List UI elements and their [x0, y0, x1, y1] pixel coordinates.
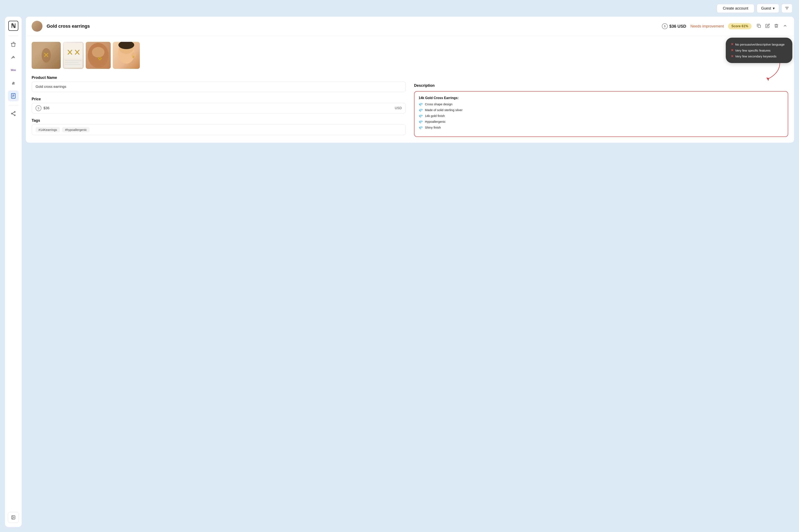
desc-item-5: 💎 Shiny finish: [419, 126, 784, 130]
tooltip-item-3: ✕ Very few secondary keywords: [731, 54, 787, 59]
price-dollar-icon: $: [36, 105, 41, 111]
description-box[interactable]: 14k Gold Cross Earrings: 💎 Cross shape d…: [414, 91, 788, 137]
sidebar-bottom: [8, 508, 19, 523]
svg-point-8: [12, 113, 13, 114]
svg-rect-12: [12, 516, 15, 519]
x-icon-3: ✕: [731, 54, 734, 59]
tooltip-text-1: No persuasive/descriptive language: [735, 42, 785, 47]
svg-point-7: [14, 112, 15, 113]
gallery-image-2[interactable]: [63, 42, 84, 69]
product-price: $ $36 USD: [662, 23, 686, 29]
thumbnail-image: [32, 21, 42, 32]
header-actions: [756, 23, 788, 30]
image-gallery: [32, 42, 406, 69]
logo[interactable]: ℕ: [8, 21, 18, 31]
desc-item-4: 💎 Hypoallergenic: [419, 120, 784, 124]
price-icon: $: [662, 23, 668, 29]
desc-text-4: Hypoallergenic: [425, 120, 445, 124]
sidebar-item-shopify[interactable]: [8, 39, 19, 50]
create-account-button[interactable]: Create account: [717, 4, 754, 13]
price-label: Price: [32, 97, 406, 101]
desc-text-1: Cross shape design: [425, 102, 453, 106]
price-input-wrap: $ USD: [32, 103, 406, 113]
woo-label: Woo: [11, 69, 16, 72]
svg-point-28: [92, 47, 104, 57]
desc-item-2: 💎 Made of solid sterling silver: [419, 108, 784, 112]
status-badge: Needs improvement: [690, 24, 724, 28]
filter-button[interactable]: [781, 4, 792, 13]
sidebar-item-handshake[interactable]: [8, 52, 19, 63]
diamond-icon-3: 💎: [419, 114, 423, 118]
tooltip-text-2: Very few specific features: [735, 48, 771, 53]
price-field-group: Price $ USD: [32, 97, 406, 113]
product-card: Gold cross earrings $ $36 USD Needs impr…: [26, 17, 794, 143]
x-icon-1: ✕: [731, 41, 734, 48]
svg-rect-14: [758, 25, 761, 27]
svg-rect-23: [64, 58, 82, 68]
duplicate-button[interactable]: [756, 23, 762, 30]
content-area: Gold cross earrings $ $36 USD Needs impr…: [26, 17, 794, 527]
filter-icon: [785, 6, 789, 11]
sidebar-item-share[interactable]: [8, 108, 19, 119]
svg-point-9: [14, 115, 15, 116]
product-thumbnail: [32, 21, 42, 32]
chevron-down-icon: ▾: [773, 6, 775, 11]
product-title: Gold cross earrings: [46, 23, 658, 29]
left-column: Product Name Price $ USD T: [32, 42, 406, 137]
desc-text-2: Made of solid sterling silver: [425, 108, 462, 112]
tooltip-bubble: ✕ No persuasive/descriptive language ✕ V…: [726, 38, 792, 63]
tags-field-group: Tags #14Kearrings #hypoallergenic: [32, 118, 406, 135]
sidebar-item-woo[interactable]: Woo: [8, 65, 19, 76]
top-bar: Create account Guest ▾: [0, 0, 799, 17]
sidebar-expand-button[interactable]: [8, 512, 19, 523]
product-body: Product Name Price $ USD T: [26, 36, 794, 143]
tooltip-arrow: [765, 63, 782, 83]
price-value: $36 USD: [669, 24, 686, 29]
main-layout: ℕ Woo a: [0, 17, 799, 532]
product-name-label: Product Name: [32, 76, 406, 80]
description-section: Description: [414, 83, 788, 88]
amazon-label: a: [12, 80, 15, 86]
sidebar-divider-1: [8, 36, 18, 36]
desc-text-5: Shiny finish: [425, 126, 441, 129]
product-name-input[interactable]: [32, 81, 406, 92]
tooltip-text-3: Very few secondary keywords: [735, 54, 776, 59]
description-label: Description: [414, 83, 435, 88]
description-title: 14k Gold Cross Earrings:: [419, 96, 784, 100]
diamond-icon-2: 💎: [419, 108, 423, 112]
gallery-image-4[interactable]: [113, 42, 140, 69]
svg-line-10: [12, 112, 14, 113]
tooltip-item-1: ✕ No persuasive/descriptive language: [731, 41, 787, 48]
price-currency: USD: [395, 106, 402, 110]
svg-line-11: [12, 114, 14, 115]
edit-button[interactable]: [764, 23, 771, 30]
diamond-icon-1: 💎: [419, 102, 423, 107]
right-column: ✕ No persuasive/descriptive language ✕ V…: [414, 42, 788, 137]
diamond-icon-5: 💎: [419, 126, 423, 130]
sidebar-item-csv[interactable]: [8, 91, 19, 101]
desc-item-3: 💎 14k gold finish: [419, 114, 784, 118]
score-badge: Score 61%: [728, 23, 752, 29]
product-name-field-group: Product Name: [32, 76, 406, 92]
x-icon-2: ✕: [731, 48, 734, 54]
diamond-icon-4: 💎: [419, 120, 423, 124]
desc-text-3: 14k gold finish: [425, 114, 445, 117]
delete-button[interactable]: [773, 23, 779, 30]
guest-button[interactable]: Guest ▾: [757, 4, 779, 13]
gallery-image-1[interactable]: [32, 42, 61, 69]
desc-item-1: 💎 Cross shape design: [419, 102, 784, 107]
svg-marker-38: [766, 78, 769, 81]
sidebar: ℕ Woo a: [5, 17, 22, 527]
tags-input-wrap[interactable]: #14Kearrings #hypoallergenic: [32, 125, 406, 135]
tag-chip-1[interactable]: #14Kearrings: [36, 127, 60, 132]
price-input[interactable]: [43, 106, 393, 110]
tags-label: Tags: [32, 118, 406, 123]
gallery-image-3[interactable]: [86, 42, 111, 69]
sidebar-item-amazon[interactable]: a: [8, 78, 19, 89]
product-header: Gold cross earrings $ $36 USD Needs impr…: [26, 17, 794, 36]
guest-label: Guest: [761, 6, 771, 11]
tag-chip-2[interactable]: #hypoallergenic: [62, 127, 90, 132]
tooltip-item-2: ✕ Very few specific features: [731, 48, 787, 54]
collapse-button[interactable]: [782, 23, 788, 30]
